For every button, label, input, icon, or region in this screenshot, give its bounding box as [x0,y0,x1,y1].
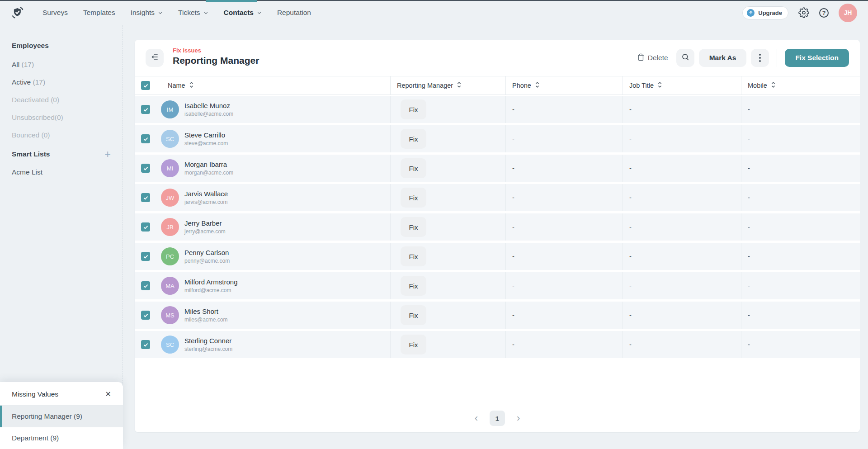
fix-button[interactable]: Fix [401,305,426,325]
select-all-checkbox[interactable] [141,81,150,90]
avatar: MS [161,306,179,324]
sidebar-item-bounced[interactable]: Bounced (0) [12,131,111,139]
mobile-cell: - [741,272,860,299]
user-avatar[interactable]: JH [839,4,857,22]
smart-lists: Acme List [12,168,111,176]
sidebar-item-all[interactable]: All (17) [12,61,111,69]
table-row[interactable]: IM Isabelle Munoz isabelle@acme.com Fix … [135,96,860,123]
collapse-list-button[interactable] [146,49,164,67]
fix-button[interactable]: Fix [401,217,426,237]
row-checkbox[interactable] [141,105,150,114]
upgrade-button[interactable]: Upgrade [742,6,788,19]
close-icon[interactable]: ✕ [104,389,113,399]
reporting-manager-cell: Fix [390,302,505,329]
mobile-cell: - [741,302,860,329]
missing-values-item[interactable]: Reporting Manager (9) [0,406,123,427]
mobile-cell: - [741,155,860,182]
name-cell: MI Morgan Ibarra morgan@acme.com [135,155,390,182]
contact-name: Isabelle Munoz [184,102,233,109]
current-page-button[interactable]: 1 [490,411,505,426]
row-checkbox[interactable] [141,340,150,349]
sort-icon[interactable] [457,81,461,90]
fix-button[interactable]: Fix [401,158,426,178]
previous-page-icon[interactable]: ‹ [475,413,478,423]
table-row[interactable]: JW Jarvis Wallace jarvis@acme.com Fix - … [135,184,860,211]
sidebar-item-deactivated[interactable]: Deactivated (0) [12,96,111,104]
fix-issues-badge: Fix issues [173,47,259,54]
phone-cell: - [505,213,623,241]
trash-icon [637,53,645,63]
sidebar-item-active[interactable]: Active (17) [12,78,111,86]
help-icon[interactable]: ? [819,8,829,18]
fix-button[interactable]: Fix [401,188,426,208]
nav-item-contacts[interactable]: Contacts [224,9,262,17]
delete-button[interactable]: Delete [637,53,668,63]
table-row[interactable]: MI Morgan Ibarra morgan@acme.com Fix - -… [135,155,860,182]
table-row[interactable]: PC Penny Carlson penny@acme.com Fix - - … [135,243,860,270]
phone-cell: - [505,302,623,329]
fix-button[interactable]: Fix [401,99,426,119]
table-row[interactable]: SC Sterling Conner sterling@acme.com Fix… [135,331,860,358]
add-smart-list-icon[interactable]: + [105,150,111,158]
row-checkbox[interactable] [141,164,150,173]
row-checkbox[interactable] [141,134,150,143]
table-header-reporting-manager: Reporting Manager [390,76,505,95]
name-cell: MA Milford Armstrong milford@acme.com [135,272,390,299]
contact-name: Miles Short [184,307,228,315]
phone-cell: - [505,243,623,270]
fix-button[interactable]: Fix [401,335,426,354]
missing-values-list: Reporting Manager (9)Department (9) [0,406,123,449]
job-title-cell: - [623,243,741,270]
mark-as-button[interactable]: Mark As [699,49,747,67]
row-checkbox[interactable] [141,252,150,261]
sort-icon[interactable] [771,81,775,90]
search-button[interactable] [676,49,694,67]
table-row[interactable]: MS Miles Short miles@acme.com Fix - - - [135,302,860,329]
next-page-icon[interactable]: › [517,413,520,423]
app-logo-icon[interactable] [11,6,24,19]
missing-values-item[interactable]: Department (9) [0,427,123,449]
column-label[interactable]: Phone [512,82,531,89]
fix-selection-button[interactable]: Fix Selection [785,49,849,67]
column-label[interactable]: Name [168,82,185,89]
job-title-cell: - [623,125,741,152]
settings-gear-icon[interactable] [798,7,809,18]
nav-item-surveys[interactable]: Surveys [42,9,68,17]
nav-item-insights[interactable]: Insights [131,9,163,17]
upgrade-label: Upgrade [758,9,782,16]
search-icon [681,53,689,63]
table-row[interactable]: MA Milford Armstrong milford@acme.com Fi… [135,272,860,299]
more-options-button[interactable] [751,49,769,67]
nav-item-templates[interactable]: Templates [83,9,115,17]
mobile-cell: - [741,184,860,211]
column-label[interactable]: Reporting Manager [397,82,453,89]
nav-item-reputation[interactable]: Reputation [277,9,311,17]
table-row[interactable]: JB Jerry Barber jerry@acme.com Fix - - - [135,213,860,241]
window-top-edge [0,0,868,1]
column-label[interactable]: Mobile [748,82,767,89]
table-header-name: Name [135,76,390,95]
reporting-manager-cell: Fix [390,243,505,270]
sidebar-item-unsubscribed[interactable]: Unsubscribed(0) [12,113,111,122]
sort-icon[interactable] [658,81,662,90]
page-title: Reporting Manager [173,55,259,66]
reporting-manager-cell: Fix [390,96,505,123]
fix-button[interactable]: Fix [401,129,426,149]
avatar: SC [161,130,179,148]
main-nav-items: Surveys Templates Insights Tickets Conta… [42,9,311,17]
row-checkbox[interactable] [141,311,150,320]
nav-item-tickets[interactable]: Tickets [178,9,208,17]
contact-email: jarvis@acme.com [184,199,228,205]
row-checkbox[interactable] [141,222,150,232]
row-checkbox[interactable] [141,193,150,202]
fix-button[interactable]: Fix [401,246,426,266]
column-label[interactable]: Job Title [629,82,654,89]
smart-list-item[interactable]: Acme List [12,168,111,176]
sort-icon[interactable] [189,81,193,90]
avatar: SC [161,336,179,354]
avatar: JW [161,189,179,207]
row-checkbox[interactable] [141,281,150,290]
fix-button[interactable]: Fix [401,276,426,296]
sort-icon[interactable] [535,81,539,90]
table-row[interactable]: SC Steve Carrillo steve@acme.com Fix - -… [135,125,860,152]
